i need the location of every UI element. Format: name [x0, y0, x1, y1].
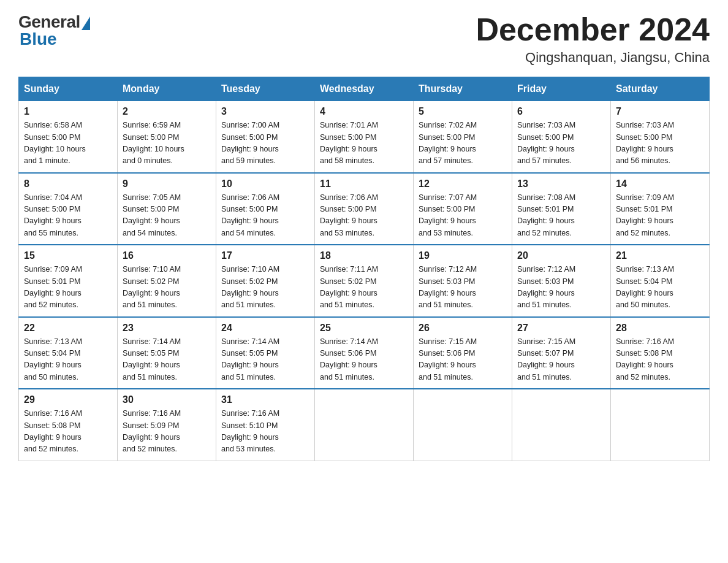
- calendar-cell: 1Sunrise: 6:58 AM Sunset: 5:00 PM Daylig…: [19, 101, 118, 173]
- day-number: 25: [320, 323, 408, 334]
- day-number: 19: [419, 250, 507, 261]
- day-number: 10: [221, 178, 309, 190]
- calendar-week-4: 22Sunrise: 7:13 AM Sunset: 5:04 PM Dayli…: [19, 317, 710, 389]
- day-number: 22: [24, 323, 112, 334]
- day-number: 18: [320, 250, 408, 261]
- calendar-week-2: 8Sunrise: 7:04 AM Sunset: 5:00 PM Daylig…: [19, 173, 710, 245]
- day-number: 13: [517, 178, 605, 190]
- day-info: Sunrise: 7:16 AM Sunset: 5:09 PM Dayligh…: [123, 408, 211, 456]
- calendar-cell: [611, 389, 710, 461]
- calendar-table: SundayMondayTuesdayWednesdayThursdayFrid…: [18, 77, 710, 461]
- calendar-cell: 11Sunrise: 7:06 AM Sunset: 5:00 PM Dayli…: [315, 173, 414, 245]
- day-number: 15: [24, 250, 112, 261]
- day-number: 24: [221, 323, 309, 334]
- day-number: 3: [221, 106, 309, 117]
- day-number: 4: [320, 106, 408, 117]
- logo-blue-text: Blue: [20, 29, 57, 49]
- calendar-cell: 13Sunrise: 7:08 AM Sunset: 5:01 PM Dayli…: [512, 173, 611, 245]
- day-info: Sunrise: 7:16 AM Sunset: 5:10 PM Dayligh…: [221, 408, 309, 456]
- day-number: 16: [123, 250, 211, 261]
- calendar-cell: 31Sunrise: 7:16 AM Sunset: 5:10 PM Dayli…: [216, 389, 315, 461]
- day-number: 5: [419, 106, 507, 117]
- day-info: Sunrise: 7:07 AM Sunset: 5:00 PM Dayligh…: [419, 192, 507, 240]
- calendar-week-3: 15Sunrise: 7:09 AM Sunset: 5:01 PM Dayli…: [19, 245, 710, 317]
- calendar-cell: 3Sunrise: 7:00 AM Sunset: 5:00 PM Daylig…: [216, 101, 315, 173]
- day-number: 2: [123, 106, 211, 117]
- calendar-cell: 8Sunrise: 7:04 AM Sunset: 5:00 PM Daylig…: [19, 173, 118, 245]
- location-subtitle: Qingshanquan, Jiangsu, China: [476, 50, 710, 66]
- column-header-thursday: Thursday: [414, 77, 512, 101]
- calendar-cell: 21Sunrise: 7:13 AM Sunset: 5:04 PM Dayli…: [611, 245, 710, 317]
- calendar-cell: 24Sunrise: 7:14 AM Sunset: 5:05 PM Dayli…: [216, 317, 315, 389]
- day-info: Sunrise: 7:01 AM Sunset: 5:00 PM Dayligh…: [320, 120, 408, 167]
- calendar-cell: 4Sunrise: 7:01 AM Sunset: 5:00 PM Daylig…: [315, 101, 414, 173]
- calendar-cell: 23Sunrise: 7:14 AM Sunset: 5:05 PM Dayli…: [118, 317, 216, 389]
- calendar-cell: 20Sunrise: 7:12 AM Sunset: 5:03 PM Dayli…: [512, 245, 611, 317]
- calendar-cell: 12Sunrise: 7:07 AM Sunset: 5:00 PM Dayli…: [414, 173, 512, 245]
- logo-triangle-icon: [82, 17, 90, 30]
- day-number: 31: [221, 394, 309, 405]
- day-info: Sunrise: 7:09 AM Sunset: 5:01 PM Dayligh…: [616, 192, 704, 240]
- day-info: Sunrise: 7:10 AM Sunset: 5:02 PM Dayligh…: [221, 264, 309, 312]
- day-info: Sunrise: 7:04 AM Sunset: 5:00 PM Dayligh…: [24, 192, 112, 240]
- day-number: 7: [616, 106, 704, 117]
- day-info: Sunrise: 7:15 AM Sunset: 5:06 PM Dayligh…: [419, 336, 507, 384]
- day-info: Sunrise: 7:06 AM Sunset: 5:00 PM Dayligh…: [320, 192, 408, 240]
- day-info: Sunrise: 7:12 AM Sunset: 5:03 PM Dayligh…: [517, 264, 605, 312]
- day-info: Sunrise: 7:08 AM Sunset: 5:01 PM Dayligh…: [517, 192, 605, 240]
- calendar-cell: 2Sunrise: 6:59 AM Sunset: 5:00 PM Daylig…: [118, 101, 216, 173]
- calendar-cell: 16Sunrise: 7:10 AM Sunset: 5:02 PM Dayli…: [118, 245, 216, 317]
- column-header-monday: Monday: [118, 77, 216, 101]
- day-number: 17: [221, 250, 309, 261]
- day-number: 20: [517, 250, 605, 261]
- day-info: Sunrise: 7:00 AM Sunset: 5:00 PM Dayligh…: [221, 120, 309, 167]
- day-number: 1: [24, 106, 112, 117]
- day-info: Sunrise: 7:10 AM Sunset: 5:02 PM Dayligh…: [123, 264, 211, 312]
- day-info: Sunrise: 7:09 AM Sunset: 5:01 PM Dayligh…: [24, 264, 112, 312]
- calendar-cell: 9Sunrise: 7:05 AM Sunset: 5:00 PM Daylig…: [118, 173, 216, 245]
- calendar-cell: 6Sunrise: 7:03 AM Sunset: 5:00 PM Daylig…: [512, 101, 611, 173]
- calendar-cell: [315, 389, 414, 461]
- calendar-cell: 19Sunrise: 7:12 AM Sunset: 5:03 PM Dayli…: [414, 245, 512, 317]
- column-header-tuesday: Tuesday: [216, 77, 315, 101]
- day-number: 21: [616, 250, 704, 261]
- header: General Blue December 2024 Qingshanquan,…: [18, 12, 710, 66]
- day-info: Sunrise: 7:13 AM Sunset: 5:04 PM Dayligh…: [24, 336, 112, 384]
- day-number: 9: [123, 178, 211, 190]
- calendar-cell: 10Sunrise: 7:06 AM Sunset: 5:00 PM Dayli…: [216, 173, 315, 245]
- calendar-week-5: 29Sunrise: 7:16 AM Sunset: 5:08 PM Dayli…: [19, 389, 710, 461]
- day-number: 23: [123, 323, 211, 334]
- day-info: Sunrise: 7:06 AM Sunset: 5:00 PM Dayligh…: [221, 192, 309, 240]
- calendar-cell: [512, 389, 611, 461]
- calendar-cell: 27Sunrise: 7:15 AM Sunset: 5:07 PM Dayli…: [512, 317, 611, 389]
- column-header-saturday: Saturday: [611, 77, 710, 101]
- day-number: 30: [123, 394, 211, 405]
- day-number: 26: [419, 323, 507, 334]
- day-info: Sunrise: 6:58 AM Sunset: 5:00 PM Dayligh…: [24, 120, 112, 167]
- calendar-week-1: 1Sunrise: 6:58 AM Sunset: 5:00 PM Daylig…: [19, 101, 710, 173]
- day-number: 27: [517, 323, 605, 334]
- month-title: December 2024: [476, 12, 710, 47]
- calendar-cell: 28Sunrise: 7:16 AM Sunset: 5:08 PM Dayli…: [611, 317, 710, 389]
- calendar-cell: 7Sunrise: 7:03 AM Sunset: 5:00 PM Daylig…: [611, 101, 710, 173]
- calendar-cell: 25Sunrise: 7:14 AM Sunset: 5:06 PM Dayli…: [315, 317, 414, 389]
- day-info: Sunrise: 7:12 AM Sunset: 5:03 PM Dayligh…: [419, 264, 507, 312]
- calendar-cell: [414, 389, 512, 461]
- day-number: 6: [517, 106, 605, 117]
- calendar-cell: 26Sunrise: 7:15 AM Sunset: 5:06 PM Dayli…: [414, 317, 512, 389]
- day-info: Sunrise: 7:14 AM Sunset: 5:05 PM Dayligh…: [221, 336, 309, 384]
- day-info: Sunrise: 7:03 AM Sunset: 5:00 PM Dayligh…: [616, 120, 704, 167]
- day-number: 11: [320, 178, 408, 190]
- day-info: Sunrise: 6:59 AM Sunset: 5:00 PM Dayligh…: [123, 120, 211, 167]
- day-number: 14: [616, 178, 704, 190]
- day-info: Sunrise: 7:11 AM Sunset: 5:02 PM Dayligh…: [320, 264, 408, 312]
- day-number: 29: [24, 394, 112, 405]
- calendar-cell: 14Sunrise: 7:09 AM Sunset: 5:01 PM Dayli…: [611, 173, 710, 245]
- calendar-header-row: SundayMondayTuesdayWednesdayThursdayFrid…: [19, 77, 710, 101]
- day-info: Sunrise: 7:16 AM Sunset: 5:08 PM Dayligh…: [616, 336, 704, 384]
- day-info: Sunrise: 7:03 AM Sunset: 5:00 PM Dayligh…: [517, 120, 605, 167]
- column-header-sunday: Sunday: [19, 77, 118, 101]
- logo: General Blue: [18, 12, 90, 49]
- calendar-cell: 5Sunrise: 7:02 AM Sunset: 5:00 PM Daylig…: [414, 101, 512, 173]
- calendar-cell: 18Sunrise: 7:11 AM Sunset: 5:02 PM Dayli…: [315, 245, 414, 317]
